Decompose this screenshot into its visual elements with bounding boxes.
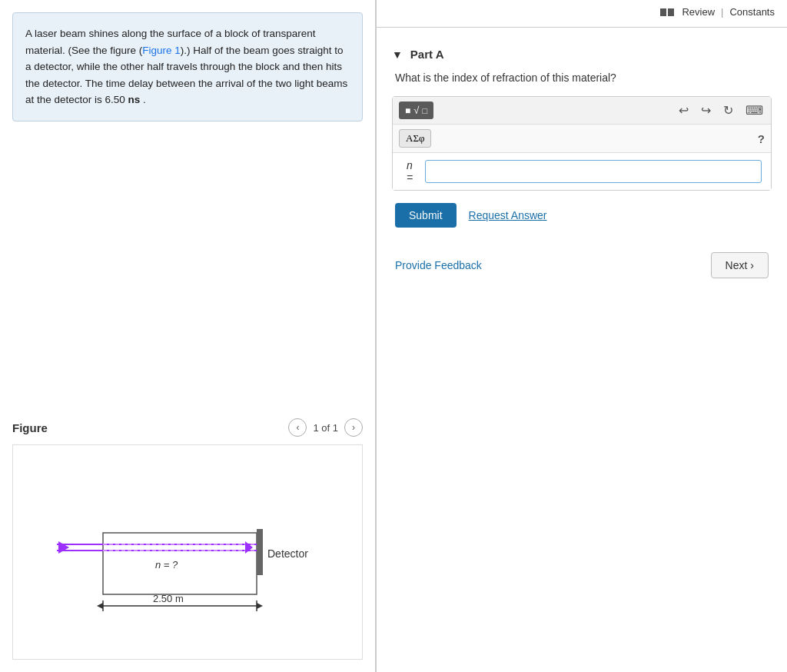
- keyboard-btn[interactable]: ⌨: [744, 101, 765, 119]
- left-panel: A laser beam shines along the surface of…: [0, 0, 377, 672]
- variable-n: n: [407, 159, 413, 171]
- math-icon: ■: [405, 105, 410, 116]
- figure-nav: ‹ 1 of 1 ›: [288, 418, 363, 437]
- redo-btn[interactable]: ↪: [699, 101, 712, 119]
- help-btn[interactable]: ?: [758, 132, 765, 145]
- content-area: ▼ Part A What is the index of refraction…: [377, 40, 787, 672]
- square-icon: □: [422, 106, 427, 115]
- svg-rect-6: [257, 529, 263, 575]
- figure-diagram: Detector n = ? 2.50 m: [42, 467, 334, 637]
- svg-marker-8: [58, 541, 69, 554]
- svg-text:Detector: Detector: [267, 547, 308, 560]
- top-bar-divider: |: [721, 6, 723, 18]
- sqrt-icon: √: [413, 105, 419, 116]
- part-a-header[interactable]: ▼ Part A: [392, 48, 772, 61]
- problem-text: A laser beam shines along the surface of…: [25, 28, 347, 105]
- answer-input-field[interactable]: [425, 160, 762, 183]
- refresh-btn[interactable]: ↻: [722, 101, 735, 119]
- question-text: What is the index of refraction of this …: [395, 72, 772, 84]
- review-icon: [660, 8, 674, 16]
- top-bar: Review | Constants: [377, 0, 787, 24]
- svg-rect-0: [103, 533, 257, 594]
- svg-marker-12: [257, 603, 263, 609]
- answer-box: ■ √ □ ↩ ↪ ↻ ⌨ ΑΣφ ? n =: [392, 96, 772, 191]
- next-chevron-icon: ›: [750, 259, 754, 271]
- figure-count: 1 of 1: [313, 422, 338, 434]
- part-a-title: Part A: [410, 48, 444, 61]
- variable-eq: =: [407, 171, 413, 184]
- undo-btn[interactable]: ↩: [677, 101, 690, 119]
- figure-next-button[interactable]: ›: [344, 418, 363, 437]
- part-a-arrow: ▼: [392, 48, 403, 61]
- figure-section: Figure ‹ 1 of 1 ›: [12, 403, 363, 660]
- figure-title: Figure: [12, 421, 48, 434]
- answer-input-row: n =: [393, 153, 771, 190]
- toolbar-icon-group: ↩ ↪ ↻ ⌨: [677, 101, 765, 119]
- answer-toolbar: ■ √ □ ↩ ↪ ↻ ⌨: [393, 97, 771, 125]
- top-divider: [377, 27, 787, 28]
- problem-box: A laser beam shines along the surface of…: [12, 12, 363, 121]
- figure-prev-button[interactable]: ‹: [288, 418, 307, 437]
- symbols-btn[interactable]: ΑΣφ: [399, 129, 431, 148]
- svg-marker-11: [97, 603, 103, 609]
- provide-feedback-button[interactable]: Provide Feedback: [395, 259, 482, 271]
- buttons-row: Submit Request Answer: [395, 203, 772, 228]
- footer-row: Provide Feedback Next ›: [392, 243, 772, 288]
- submit-button[interactable]: Submit: [395, 203, 457, 228]
- answer-symbols-row: ΑΣφ ?: [393, 125, 771, 153]
- right-panel: Review | Constants ▼ Part A What is the …: [377, 0, 787, 672]
- request-answer-button[interactable]: Request Answer: [469, 209, 547, 221]
- svg-text:2.50 m: 2.50 m: [153, 593, 184, 604]
- review-link[interactable]: Review: [682, 6, 715, 18]
- figure-link[interactable]: Figure 1: [142, 45, 181, 56]
- math-toolbar-btn[interactable]: ■ √ □: [399, 101, 433, 119]
- figure-header: Figure ‹ 1 of 1 ›: [12, 418, 363, 437]
- next-label: Next: [726, 259, 748, 271]
- figure-image-area: Detector n = ? 2.50 m: [12, 444, 363, 660]
- svg-text:n = ?: n = ?: [155, 559, 178, 571]
- constants-link[interactable]: Constants: [729, 6, 775, 18]
- answer-variable: n =: [402, 159, 417, 184]
- next-button[interactable]: Next ›: [711, 252, 769, 278]
